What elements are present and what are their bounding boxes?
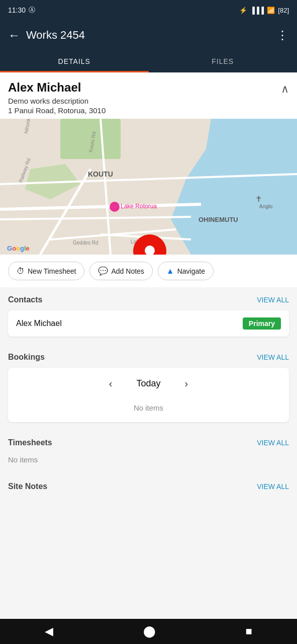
contact-name: Alex Michael — [16, 319, 237, 328]
bookings-header: Bookings VIEW ALL — [8, 353, 289, 362]
site-notes-view-all[interactable]: VIEW ALL — [257, 482, 289, 491]
map-svg: Railway Rd Nihoriki St Koutu Rd Geddes R… — [0, 119, 297, 255]
bottom-nav-bar: ◀ ⬤ ■ — [0, 619, 297, 644]
tab-details[interactable]: DETAILS — [0, 50, 149, 72]
timesheets-view-all[interactable]: VIEW ALL — [257, 439, 289, 447]
bookings-section: Bookings VIEW ALL ‹ Today › No items — [0, 345, 297, 430]
svg-text:OHINEMUTU: OHINEMUTU — [199, 216, 238, 223]
contacts-view-all[interactable]: VIEW ALL — [257, 296, 289, 304]
timesheets-header: Timesheets VIEW ALL — [8, 438, 289, 447]
contact-card[interactable]: Alex Michael Primary — [8, 310, 289, 337]
time: 11:30 — [8, 6, 26, 14]
status-right: ⚡ ▐▐▐ 📶 [82] — [239, 7, 289, 14]
chevron-up-icon[interactable]: ∧ — [281, 83, 289, 96]
more-menu-button[interactable]: ⋮ — [276, 28, 289, 42]
timesheets-section: Timesheets VIEW ALL No items — [0, 430, 297, 474]
bookings-nav: ‹ Today › — [16, 376, 281, 391]
status-bar: 11:30 Ⓐ ⚡ ▐▐▐ 📶 [82] — [0, 0, 297, 20]
bluetooth-icon: ⚡ — [239, 7, 247, 14]
add-notes-button[interactable]: 💬 Add Notes — [89, 262, 152, 280]
timesheet-icon: ⏱ — [17, 267, 25, 276]
svg-text:Google: Google — [7, 245, 30, 252]
work-header: Alex Michael Demo works description 1 Pa… — [0, 72, 297, 119]
contacts-section: Contacts VIEW ALL Alex Michael Primary — [0, 287, 297, 345]
home-nav-button[interactable]: ⬤ — [131, 621, 168, 642]
bookings-view-all[interactable]: VIEW ALL — [257, 353, 289, 361]
next-date-button[interactable]: › — [181, 376, 192, 391]
provider-icon: Ⓐ — [29, 6, 35, 15]
wifi-icon: 📶 — [267, 7, 275, 14]
svg-point-18 — [110, 202, 120, 212]
back-button[interactable]: ← — [8, 28, 20, 42]
navigate-icon: ▲ — [166, 267, 174, 276]
navigate-button[interactable]: ▲ Navigate — [158, 262, 214, 280]
timesheets-title: Timesheets — [8, 438, 52, 447]
recents-nav-button[interactable]: ■ — [233, 621, 264, 642]
notes-icon: 💬 — [98, 266, 108, 276]
tabs-bar: DETAILS FILES — [0, 50, 297, 72]
svg-text:KOUTU: KOUTU — [88, 170, 113, 178]
contacts-header: Contacts VIEW ALL — [8, 295, 289, 304]
prev-date-button[interactable]: ‹ — [105, 376, 117, 391]
new-timesheet-button[interactable]: ⏱ New Timesheet — [8, 262, 84, 280]
work-description: Demo works description — [8, 97, 289, 105]
battery-icon: [82] — [278, 7, 289, 14]
site-notes-header: Site Notes VIEW ALL — [8, 482, 289, 491]
bookings-card: ‹ Today › No items — [8, 368, 289, 422]
status-left: 11:30 Ⓐ — [8, 6, 35, 15]
bookings-no-items: No items — [16, 399, 281, 414]
contacts-title: Contacts — [8, 295, 42, 304]
back-nav-button[interactable]: ◀ — [33, 621, 65, 642]
site-notes-section: Site Notes VIEW ALL — [0, 474, 297, 499]
timesheets-no-items: No items — [8, 453, 289, 472]
site-notes-title: Site Notes — [8, 482, 47, 491]
svg-text:✝: ✝ — [255, 195, 262, 203]
page-title: Works 2454 — [26, 29, 270, 42]
work-address: 1 Panui Road, Rotorua, 3010 — [8, 106, 289, 115]
signal-icon: ▐▐▐ — [250, 7, 264, 14]
bookings-title: Bookings — [8, 353, 45, 362]
svg-text:Anglic: Anglic — [259, 204, 273, 209]
primary-badge: Primary — [243, 317, 281, 330]
map-view[interactable]: Railway Rd Nihoriki St Koutu Rd Geddes R… — [0, 119, 297, 255]
work-title: Alex Michael — [8, 80, 289, 95]
svg-text:Lake Rotorua: Lake Rotorua — [121, 203, 157, 210]
tab-files[interactable]: FILES — [149, 50, 298, 72]
bookings-date: Today — [136, 378, 160, 389]
top-bar: ← Works 2454 ⋮ — [0, 20, 297, 50]
action-buttons-bar: ⏱ New Timesheet 💬 Add Notes ▲ Navigate — [0, 255, 297, 287]
svg-text:Geddes Rd: Geddes Rd — [73, 240, 98, 246]
